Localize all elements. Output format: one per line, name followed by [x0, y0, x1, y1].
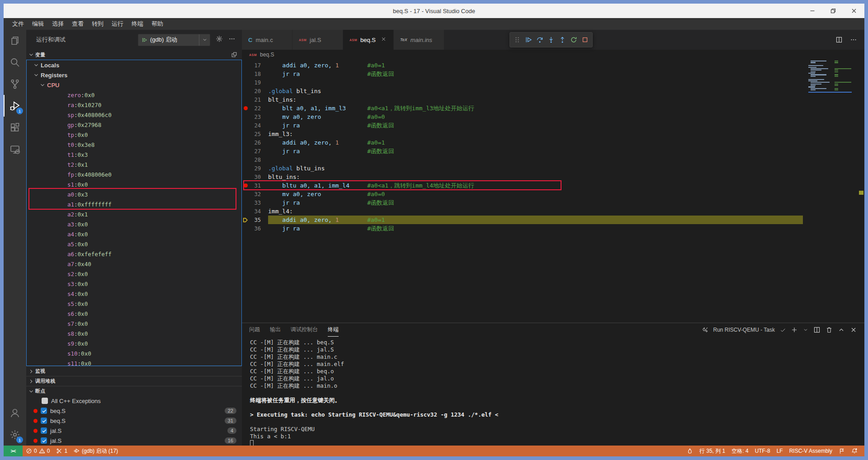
tab-jal.S[interactable]: ASMjal.S	[292, 30, 343, 50]
register-row-t1[interactable]: t1: 0x3	[27, 150, 241, 160]
kill-terminal-icon[interactable]	[826, 326, 833, 333]
code-line-35[interactable]: 35 addi a0, zero, 1 #a0=1	[242, 216, 864, 224]
tab-close-icon[interactable]	[381, 36, 387, 43]
register-row-a7[interactable]: a7: 0x40	[27, 259, 241, 269]
tree-row-Registers[interactable]: Registers	[27, 70, 241, 80]
checkbox-checked[interactable]	[41, 427, 47, 434]
debug-step-out-button[interactable]	[557, 35, 567, 45]
register-row-a3[interactable]: a3: 0x0	[27, 219, 241, 229]
breakpoint-row[interactable]: jal.S4	[26, 426, 242, 436]
code-editor[interactable]: 17 addi a0, zero, 1 #a0=118 jr ra #函数返回1…	[242, 60, 864, 323]
register-row-t0[interactable]: t0: 0x3e8	[27, 140, 241, 150]
activity-explorer[interactable]	[4, 30, 26, 52]
panel-tab-调试控制台[interactable]: 调试控制台	[291, 323, 318, 337]
debug-session-status[interactable]: (gdb) 启动 (17)	[71, 446, 121, 456]
menu-item-选择[interactable]: 选择	[48, 18, 68, 30]
code-line-32[interactable]: 32 mv a0, zero #a0=0	[242, 190, 864, 198]
menu-item-转到[interactable]: 转到	[88, 18, 108, 30]
activity-settings[interactable]: 1	[4, 424, 26, 446]
register-row-s6[interactable]: s6: 0x0	[27, 309, 241, 319]
checkbox-checked[interactable]	[41, 418, 47, 424]
eol-status[interactable]: LF	[774, 446, 786, 456]
terminal[interactable]: CC -[M] 正在构建 ... beq.SCC -[M] 正在构建 ... j…	[242, 337, 864, 446]
activity-extensions[interactable]	[4, 117, 26, 138]
menu-item-运行[interactable]: 运行	[108, 18, 127, 30]
split-terminal-icon[interactable]	[813, 326, 821, 333]
tree-row-CPU[interactable]: CPU	[27, 80, 241, 90]
breakpoint-row[interactable]: beq.S31	[26, 416, 242, 426]
overview-ruler[interactable]	[858, 60, 864, 323]
register-row-s9[interactable]: s9: 0x0	[27, 338, 241, 348]
watch-section-header[interactable]: 监视	[26, 366, 242, 376]
menu-item-查看[interactable]: 查看	[68, 18, 88, 30]
ports-status[interactable]: 1	[53, 446, 71, 456]
maximize-panel-icon[interactable]	[838, 326, 845, 333]
register-row-s4[interactable]: s4: 0x0	[27, 289, 241, 299]
panel-tab-终端[interactable]: 终端	[328, 323, 339, 337]
variables-tree[interactable]: LocalsRegistersCPUzero: 0x0ra: 0x10270sp…	[26, 60, 242, 366]
register-row-s8[interactable]: s8: 0x0	[27, 329, 241, 338]
register-row-a1[interactable]: a1: 0xffffffff	[27, 199, 241, 209]
sidebar-more-icon[interactable]	[228, 35, 236, 44]
debug-settings-gear-icon[interactable]	[216, 35, 223, 44]
code-line-30[interactable]: 30bltu_ins:	[242, 173, 864, 181]
register-row-t2[interactable]: t2: 0x1	[27, 160, 241, 169]
gutter[interactable]	[242, 106, 249, 110]
terminal-dropdown-icon[interactable]	[803, 327, 808, 333]
problems-status[interactable]: 0 0	[23, 446, 53, 456]
code-line-21[interactable]: 21blt_ins:	[242, 95, 864, 104]
maximize-button[interactable]	[823, 4, 844, 18]
register-row-fp[interactable]: fp: 0x408006e0	[27, 169, 241, 179]
notifications-status[interactable]	[848, 446, 861, 456]
tree-row-Locals[interactable]: Locals	[27, 60, 241, 70]
code-line-33[interactable]: 33 jr ra #函数返回	[242, 198, 864, 207]
activity-source-control[interactable]	[4, 73, 26, 95]
breakpoints-section-header[interactable]: 断点	[26, 386, 242, 396]
cursor-position[interactable]: 行 35, 列 1	[696, 446, 728, 456]
activity-remote-explorer[interactable]	[4, 138, 26, 160]
split-editor-icon[interactable]	[835, 36, 843, 43]
menu-item-编辑[interactable]: 编辑	[28, 18, 48, 30]
tab-beq.S[interactable]: ASMbeq.S	[343, 30, 394, 50]
register-row-s2[interactable]: s2: 0x0	[27, 269, 241, 279]
gutter[interactable]	[242, 217, 249, 223]
feedback-status[interactable]	[835, 446, 848, 456]
code-line-36[interactable]: 36 jr ra #函数返回	[242, 224, 864, 233]
checkbox-unchecked[interactable]	[42, 398, 48, 404]
tab-main.c[interactable]: Cmain.c	[242, 30, 292, 50]
code-line-27[interactable]: 27 jr ra #函数返回	[242, 147, 864, 155]
encoding-status[interactable]: UTF-8	[752, 446, 774, 456]
register-row-zero[interactable]: zero: 0x0	[27, 90, 241, 100]
code-line-31[interactable]: 31 bltu a0, a1, imm_l4 #a0<a1，跳转到imm_l4地…	[242, 181, 864, 190]
minimize-button[interactable]	[802, 4, 823, 18]
code-line-17[interactable]: 17 addi a0, zero, 1 #a0=1	[242, 61, 864, 70]
register-row-a6[interactable]: a6: 0xfefefeff	[27, 249, 241, 259]
register-row-a4[interactable]: a4: 0x0	[27, 229, 241, 239]
register-row-a5[interactable]: a5: 0x0	[27, 239, 241, 249]
gutter[interactable]	[242, 183, 249, 188]
dropdown-chevron-icon[interactable]	[199, 34, 210, 46]
register-row-s1[interactable]: s1: 0x0	[27, 179, 241, 189]
menu-item-帮助[interactable]: 帮助	[147, 18, 167, 30]
register-row-a2[interactable]: a2: 0x1	[27, 209, 241, 219]
code-line-29[interactable]: 29.global bltu_ins	[242, 164, 864, 173]
exception-breakpoint-row[interactable]: All C++ Exceptions	[26, 396, 242, 406]
debug-config-dropdown[interactable]: (gdb) 启动	[138, 34, 210, 46]
editor-more-icon[interactable]	[850, 36, 857, 43]
code-line-18[interactable]: 18 jr ra #函数返回	[242, 70, 864, 78]
code-line-28[interactable]: 28	[242, 155, 864, 164]
register-row-sp[interactable]: sp: 0x408006c0	[27, 110, 241, 120]
register-row-s3[interactable]: s3: 0x0	[27, 279, 241, 289]
tab-main.ins[interactable]: TeXmain.ins	[394, 30, 444, 50]
breakpoint-row[interactable]: jal.S16	[26, 436, 242, 446]
register-row-a0[interactable]: a0: 0x3	[27, 189, 241, 199]
indentation-status[interactable]: 空格: 4	[728, 446, 751, 456]
code-line-20[interactable]: 20.global blt_ins	[242, 87, 864, 95]
close-panel-icon[interactable]	[850, 326, 857, 333]
menu-item-文件[interactable]: 文件	[8, 18, 28, 30]
code-line-25[interactable]: 25imm_l3:	[242, 130, 864, 138]
register-row-s7[interactable]: s7: 0x0	[27, 319, 241, 329]
panel-tab-问题[interactable]: 问题	[249, 323, 260, 337]
language-mode[interactable]: RISC-V Assembly	[786, 446, 835, 456]
variables-section-header[interactable]: 变量	[26, 50, 242, 60]
